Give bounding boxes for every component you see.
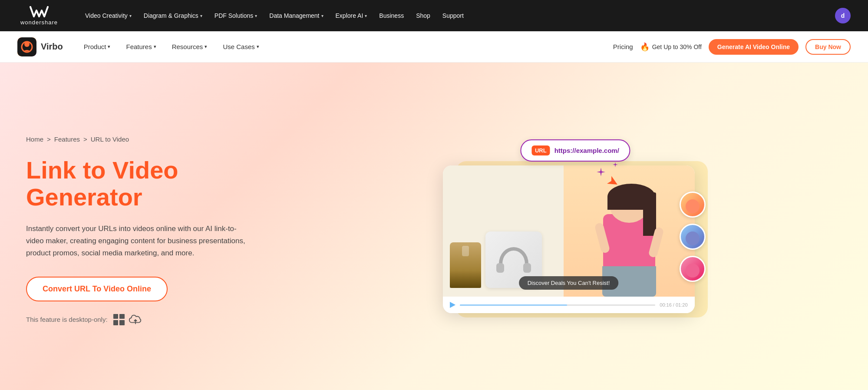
virbo-brand[interactable]: Virbo (17, 37, 63, 56)
avatar-stack (680, 192, 706, 282)
virbo-brand-name: Virbo (41, 42, 63, 52)
top-nav-items: Video Creativity ▾ Diagram & Graphics ▾ … (85, 12, 821, 19)
url-tag-label: URL (531, 145, 550, 155)
chevron-down-icon: ▾ (108, 44, 110, 50)
hero-title: Link to Video Generator (26, 157, 287, 210)
chevron-down-icon: ▾ (257, 44, 259, 50)
progress-bar-fill (460, 304, 568, 306)
chevron-down-icon: ▾ (321, 13, 323, 18)
platform-icons (113, 314, 142, 326)
nav-diagram-graphics[interactable]: Diagram & Graphics ▾ (144, 12, 202, 19)
hero-left-content: Home > Features > URL to Video Link to V… (26, 127, 287, 325)
cloud-upload-icon (129, 314, 142, 325)
chevron-down-icon: ▾ (255, 13, 257, 18)
svg-rect-4 (119, 314, 125, 319)
url-bubble: URL https://example.com/ (520, 139, 630, 162)
hero-illustration-area: URL https://example.com/ ➤ (287, 129, 842, 324)
avatar-2 (680, 224, 706, 250)
virbo-nav-items: Product ▾ Features ▾ Resources ▾ Use Cas… (77, 40, 613, 54)
chevron-down-icon: ▾ (129, 13, 132, 18)
breadcrumb-features[interactable]: Features (54, 136, 80, 143)
hero-illustration: URL https://example.com/ ➤ (430, 135, 699, 317)
wondershare-logo[interactable]: wondershare (17, 6, 61, 26)
pricing-link[interactable]: Pricing (613, 43, 633, 50)
video-time: 00:16 / 01:20 (660, 302, 687, 307)
breadcrumb-current: URL to Video (91, 136, 129, 143)
nav-business[interactable]: Business (379, 12, 404, 19)
svg-rect-3 (113, 314, 118, 319)
sparkle-icon (597, 168, 605, 178)
nav-shop[interactable]: Shop (416, 12, 430, 19)
virbo-logo-icon (17, 37, 36, 56)
chevron-down-icon: ▾ (154, 44, 156, 50)
convert-url-button[interactable]: Convert URL To Video Online (26, 277, 168, 301)
virbo-subnav: Virbo Product ▾ Features ▾ Resources ▾ U… (0, 31, 868, 63)
url-example-text: https://example.com/ (554, 147, 619, 154)
hero-section: Home > Features > URL to Video Link to V… (0, 63, 868, 390)
breadcrumb-separator: > (83, 136, 87, 143)
progress-bar-background (460, 304, 656, 306)
nav-data-management[interactable]: Data Management ▾ (269, 12, 323, 19)
video-subtitle: Discover Deals You Can't Resist! (519, 276, 619, 290)
wondershare-w-icon (30, 6, 49, 18)
chevron-down-icon: ▾ (365, 13, 367, 18)
video-frame: Discover Deals You Can't Resist! 00:16 /… (443, 165, 695, 313)
chevron-down-icon: ▾ (205, 44, 207, 50)
svg-rect-6 (119, 320, 125, 325)
svg-rect-8 (523, 263, 531, 273)
product-image-1 (450, 242, 481, 288)
nav-pdf-solutions[interactable]: PDF Solutions ▾ (215, 12, 257, 19)
desktop-only-notice: This feature is desktop-only: (26, 314, 287, 326)
nav-explore-ai[interactable]: Explore AI ▾ (336, 12, 367, 19)
fire-icon: 🔥 (640, 42, 650, 52)
subnav-product[interactable]: Product ▾ (77, 40, 118, 54)
buy-now-button[interactable]: Buy Now (805, 39, 851, 55)
logo-wordmark: wondershare (20, 19, 58, 26)
sparkle-icon (613, 161, 618, 169)
subnav-use-cases[interactable]: Use Cases ▾ (216, 40, 266, 54)
breadcrumb: Home > Features > URL to Video (26, 136, 287, 143)
offer-badge[interactable]: 🔥 Get Up to 30% Off (640, 42, 702, 52)
svg-rect-5 (113, 320, 118, 325)
chevron-down-icon: ▾ (200, 13, 202, 18)
windows-icon (113, 314, 125, 326)
breadcrumb-separator: > (47, 136, 51, 143)
svg-point-2 (24, 42, 30, 47)
generate-ai-video-button[interactable]: Generate AI Video Online (709, 39, 799, 55)
avatar-3 (680, 256, 706, 282)
subnav-resources[interactable]: Resources ▾ (165, 40, 215, 54)
svg-rect-7 (496, 263, 504, 273)
top-nav-right: d (835, 8, 851, 23)
nav-video-creativity[interactable]: Video Creativity ▾ (85, 12, 132, 19)
hero-description: Instantly convert your URLs into videos … (26, 223, 252, 259)
breadcrumb-home[interactable]: Home (26, 136, 43, 143)
play-icon (450, 302, 455, 308)
nav-support[interactable]: Support (442, 12, 464, 19)
subnav-features[interactable]: Features ▾ (119, 40, 163, 54)
top-navigation: wondershare Video Creativity ▾ Diagram &… (0, 0, 868, 31)
user-avatar[interactable]: d (835, 8, 851, 23)
subnav-right: Pricing 🔥 Get Up to 30% Off Generate AI … (613, 39, 851, 55)
video-controls: 00:16 / 01:20 (443, 297, 695, 313)
avatar-1 (680, 192, 706, 218)
